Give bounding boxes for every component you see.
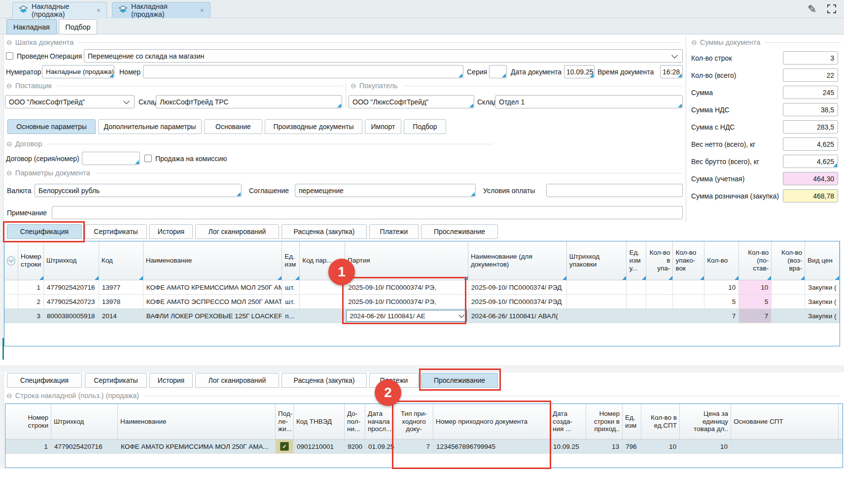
fullscreen-icon[interactable] <box>826 3 837 16</box>
buyer-warehouse-field[interactable]: Отдел 1 <box>495 95 683 108</box>
sum-field-amount-vat[interactable]: 283,5 <box>783 120 838 134</box>
trace-col-header[interactable]: Номер строки в приход.. <box>586 404 623 439</box>
close-icon[interactable]: × <box>97 6 101 14</box>
sum-value: 283,5 <box>817 123 834 131</box>
cell-basis <box>731 439 839 453</box>
payment-terms-field[interactable] <box>546 184 683 197</box>
spec-col-header[interactable]: Штрихкод упаковки <box>567 241 627 280</box>
sum-label: Вес брутто (всего), кг <box>691 155 759 168</box>
tab-certificates-2[interactable]: Сертификаты <box>85 373 147 388</box>
tab-podbor[interactable]: Подбор <box>59 19 97 34</box>
supplier-select[interactable]: ООО "ЛюксСофтТрейд" <box>5 95 135 108</box>
contract-number-label: Договор (серия/номер) <box>6 152 79 165</box>
spec-col-header[interactable]: Номер строки <box>18 241 44 280</box>
sum-field-vat[interactable]: 38,5 <box>783 103 838 116</box>
window-tab-invoices-list[interactable]: Накладные (продажа) × <box>12 2 107 18</box>
spec-col-header[interactable]: Кол-во <box>704 241 739 280</box>
trace-col-header[interactable]: Кол-во в ед.СПТ <box>641 404 680 439</box>
tab-scan-log-2[interactable]: Лог сканирований <box>195 373 279 388</box>
collapse-icon[interactable]: ⊖ <box>6 82 12 90</box>
tab-pricing-2[interactable]: Расценка (закупка) <box>281 373 367 388</box>
collapse-icon[interactable]: ⊖ <box>351 82 356 90</box>
sum-field-accounting[interactable]: 464,30 <box>783 172 838 185</box>
trace-col-header[interactable]: Основание СПТ <box>731 404 839 439</box>
currency-field[interactable]: Белорусский рубль <box>35 184 242 197</box>
tab-nakladnaya[interactable]: Накладная <box>6 19 57 34</box>
contract-number-field[interactable] <box>82 152 140 165</box>
proveden-checkbox[interactable] <box>6 52 13 60</box>
trace-col-header[interactable]: Номер строки <box>5 404 51 439</box>
commission-checkbox[interactable] <box>144 155 152 162</box>
trace-col-header[interactable]: Дата начала просл... <box>365 404 395 439</box>
tab-scan-log[interactable]: Лог сканирований <box>195 224 279 239</box>
buyer-field[interactable]: ООО "ЛюксСофтТрейд" <box>349 95 474 108</box>
tab-certificates[interactable]: Сертификаты <box>85 224 147 239</box>
sum-field-lines-count[interactable]: 3 <box>783 51 838 65</box>
trace-col-header[interactable]: Штрихкод <box>51 404 118 439</box>
trace-col-header[interactable]: Под- ле- жи... <box>276 404 294 439</box>
tab-derived-docs[interactable]: Производные документы <box>265 119 362 134</box>
sum-field-amount[interactable]: 245 <box>783 86 838 99</box>
cell-qty-returned <box>772 295 805 308</box>
tab-selection[interactable]: Подбор <box>404 119 446 134</box>
spec-col-header[interactable]: Наименование (для документов) <box>468 241 567 280</box>
supplier-warehouse-field[interactable]: ЛюксСофтТрейд ТРС <box>156 95 342 108</box>
tab-basis[interactable]: Основание <box>204 119 262 134</box>
collapse-icon[interactable]: ⊖ <box>6 392 12 400</box>
cell-qty-per-pack <box>646 295 673 308</box>
cell-packs <box>673 295 704 308</box>
agreement-field[interactable]: перемещение <box>295 184 476 197</box>
spec-col-header[interactable]: Ед. изм у... <box>627 241 646 280</box>
edit-icon[interactable]: ✎ <box>808 3 816 16</box>
sum-field-retail[interactable]: 468,78 <box>783 189 838 202</box>
checked-checkbox-icon[interactable]: ✓ <box>280 442 289 451</box>
spec-col-header[interactable]: Вид цен <box>805 241 840 280</box>
numerator-field[interactable]: Накладные (продажа) <box>42 65 114 78</box>
tab-tracing[interactable]: Прослеживание <box>421 224 498 239</box>
collapse-icon[interactable]: ⊖ <box>691 38 697 46</box>
trace-col-header[interactable]: Дата созда- ния ... <box>550 404 586 439</box>
collapsed-panel-handle[interactable] <box>2 338 4 360</box>
annotation-box-specification-tab <box>3 221 85 242</box>
trace-col-header[interactable]: Цена за единицу товара дл.. <box>680 404 731 439</box>
tab-label: Дополнительные параметры <box>104 123 196 131</box>
spec-col-header[interactable]: Штрихкод <box>44 241 99 280</box>
tab-extra-params[interactable]: Дополнительные параметры <box>98 119 202 134</box>
doc-date-field[interactable]: 10.09.25 <box>564 65 595 78</box>
sum-field-gross-weight[interactable]: 4,625 <box>783 155 838 168</box>
window-tab-invoice[interactable]: Накладная (продажа) × <box>112 2 211 18</box>
spec-col-header[interactable]: Наименование <box>143 241 282 280</box>
tab-history[interactable]: История <box>149 224 193 239</box>
close-icon[interactable]: × <box>200 6 204 14</box>
sum-field-net-weight[interactable]: 4,625 <box>783 137 838 151</box>
spec-col-header[interactable]: Кол-во (воз- вра- <box>772 241 805 280</box>
note-field[interactable] <box>52 206 683 219</box>
collapse-icon[interactable]: ⊖ <box>6 140 12 148</box>
operation-select[interactable]: Перемещение со склада на магазин <box>84 49 683 63</box>
tab-main-params[interactable]: Основные параметры <box>7 119 96 134</box>
spec-col-header[interactable]: Кол-во упако- вок <box>673 241 704 280</box>
trace-col-header[interactable]: До- пол- ни... <box>345 404 365 439</box>
agreement-label: Соглашение <box>249 184 289 197</box>
spec-col-header[interactable]: Ед. изм <box>282 241 300 280</box>
tab-specification-2[interactable]: Спецификация <box>7 373 82 388</box>
spec-col-header[interactable]: Код <box>99 241 143 280</box>
tab-import[interactable]: Импорт <box>365 119 401 134</box>
spec-col-header[interactable]: Кол-во в упа- <box>646 241 673 280</box>
trace-col-header[interactable]: Код ТНВЭД <box>294 404 345 439</box>
cell-qty: 7 <box>704 309 739 323</box>
sum-field-qty-total[interactable]: 22 <box>783 68 838 82</box>
trace-col-header[interactable]: Наименование <box>118 404 276 439</box>
tab-payments[interactable]: Платежи <box>369 224 419 239</box>
tab-pricing[interactable]: Расценка (закупка) <box>281 224 367 239</box>
spec-col-header[interactable]: Партия <box>345 241 468 280</box>
collapse-icon[interactable]: ⊖ <box>6 38 12 46</box>
trace-col-header[interactable]: Ед. изм <box>623 404 641 439</box>
doc-time-field[interactable]: 16:28 <box>660 65 683 78</box>
tab-history-2[interactable]: История <box>149 373 193 388</box>
collapse-icon[interactable]: ⊖ <box>6 169 12 177</box>
column-options-icon[interactable] <box>4 241 18 280</box>
series-field[interactable] <box>489 65 507 78</box>
number-field[interactable] <box>143 65 463 78</box>
spec-col-header[interactable]: Кол-во (по- став- <box>739 241 772 280</box>
